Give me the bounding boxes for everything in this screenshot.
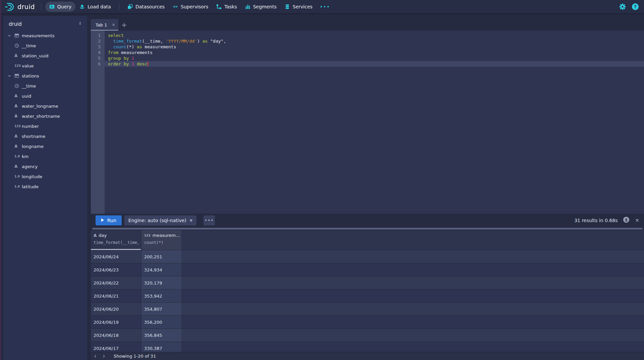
- sidebar-column-water_shortname[interactable]: Awater_shortname: [3, 111, 87, 121]
- nav-item-tasks[interactable]: Tasks: [212, 2, 241, 12]
- code-line-3[interactable]: count(*) as measurements: [105, 44, 644, 50]
- column-name: day: [99, 233, 107, 238]
- play-icon: [101, 218, 104, 223]
- string-type-icon: A: [14, 104, 21, 108]
- editor-code[interactable]: select time_format(__time, 'YYYY/MM/dd')…: [105, 31, 644, 214]
- schema-name: druid: [9, 21, 22, 27]
- nav-item-datasources[interactable]: Datasources: [123, 2, 169, 12]
- column-header-measurements[interactable]: 123 measurem... count(*): [141, 230, 181, 250]
- horizontal-scrollbar[interactable]: [92, 228, 643, 229]
- run-button[interactable]: Run: [96, 215, 122, 225]
- more-icon: •••: [320, 4, 330, 9]
- table-row: 2024/06/20354,807: [91, 303, 644, 316]
- float-type-icon: 1.0: [14, 175, 21, 178]
- sidebar-column-agency[interactable]: Aagency: [3, 161, 87, 171]
- sidebar-column-station_uuid[interactable]: Astation_uuid: [3, 51, 87, 61]
- integer-type-icon: 123: [144, 234, 151, 237]
- sql-editor[interactable]: 123456 select time_format(__time, 'YYYY/…: [91, 31, 644, 214]
- query-more-button[interactable]: •••: [203, 215, 215, 225]
- column-header-day[interactable]: A day time_format(__time, …: [91, 230, 141, 250]
- download-icon[interactable]: [623, 216, 630, 224]
- cell-day[interactable]: 2024/06/19: [91, 316, 141, 328]
- nav-item-query[interactable]: Query: [45, 2, 76, 12]
- cell-day[interactable]: 2024/06/20: [91, 303, 141, 315]
- string-type-icon: A: [14, 53, 21, 58]
- chevron-down-icon: ▼: [190, 218, 192, 223]
- table-row: 2024/06/23324,934: [91, 263, 644, 276]
- nav-item-supervisors[interactable]: Supervisors: [169, 2, 212, 12]
- cell-measurements[interactable]: 353,942: [141, 290, 181, 302]
- sidebar-column-water_longname[interactable]: Awater_longname: [3, 101, 87, 111]
- column-expression: time_format(__time, …: [94, 240, 138, 245]
- code-line-6[interactable]: order by 1 desc: [105, 61, 644, 67]
- row-filler: [181, 250, 644, 263]
- nav-item-segments[interactable]: Segments: [241, 2, 281, 12]
- close-icon[interactable]: ✕: [112, 22, 115, 27]
- page-next-icon[interactable]: ›: [100, 352, 108, 360]
- sidebar-column-uuid[interactable]: Auuid: [3, 91, 87, 101]
- tree-item-label: stations: [22, 73, 39, 79]
- page-prev-icon[interactable]: ‹: [91, 352, 100, 360]
- nav-item-load-data[interactable]: Load data: [75, 2, 115, 12]
- engine-select[interactable]: Engine: auto (sql-native) ▼: [124, 215, 196, 225]
- tree-item-label: uuid: [22, 94, 31, 99]
- cell-day[interactable]: 2024/06/22: [91, 276, 141, 289]
- close-results-icon[interactable]: ✕: [635, 217, 639, 223]
- cell-measurements[interactable]: 356,845: [141, 329, 181, 342]
- cell-measurements[interactable]: 320,179: [141, 276, 181, 289]
- cell-day[interactable]: 2024/06/21: [91, 290, 141, 302]
- engine-label: Engine: auto (sql-native): [128, 218, 186, 223]
- sidebar-table-measurements[interactable]: measurements: [3, 31, 87, 41]
- sidebar-column-longitude[interactable]: 1.0longitude: [3, 171, 87, 182]
- sidebar-column-value[interactable]: 123value: [3, 61, 87, 71]
- sidebar-column-longname[interactable]: Alongname: [3, 141, 87, 151]
- add-tab-button[interactable]: +: [118, 19, 130, 31]
- cell-measurements[interactable]: 200,251: [141, 250, 181, 263]
- column-expression: count(*): [144, 240, 179, 245]
- brand-text: druid: [17, 3, 35, 10]
- tab-query-1[interactable]: Tab 1 ✕: [91, 19, 118, 31]
- cell-measurements[interactable]: 354,807: [141, 303, 181, 315]
- code-line-4[interactable]: from measurements: [105, 50, 644, 55]
- sidebar-column-shortname[interactable]: Ashortname: [3, 131, 87, 141]
- sort-icon[interactable]: [78, 21, 82, 27]
- load-data-icon: [79, 4, 85, 9]
- cell-day[interactable]: 2024/06/23: [91, 263, 141, 276]
- help-icon[interactable]: ?: [632, 3, 639, 10]
- nav-more-button[interactable]: •••: [316, 4, 334, 9]
- nav-item-label: Segments: [253, 4, 277, 9]
- nav-item-services[interactable]: Services: [281, 2, 316, 12]
- cell-measurements[interactable]: 356,200: [141, 316, 181, 328]
- sidebar-column-km[interactable]: 1.0km: [3, 151, 87, 161]
- table-icon: [14, 33, 21, 38]
- schema-selector[interactable]: druid: [3, 16, 87, 31]
- cell-measurements[interactable]: 324,934: [141, 263, 181, 276]
- cell-day[interactable]: 2024/06/24: [91, 250, 141, 263]
- code-line-1[interactable]: select: [105, 33, 644, 38]
- clock-icon: [14, 43, 21, 48]
- line-number: 6: [91, 61, 101, 67]
- chevron-down-icon[interactable]: [7, 34, 14, 38]
- cell-day[interactable]: 2024/06/18: [91, 329, 141, 342]
- results-rows: 2024/06/24200,2512024/06/23324,9342024/0…: [91, 250, 644, 355]
- tree-item-label: value: [22, 63, 34, 68]
- nav-divider: [41, 3, 41, 10]
- sidebar-table-stations[interactable]: stations: [3, 71, 87, 81]
- sidebar-column-number[interactable]: 123number: [3, 121, 87, 131]
- code-line-2[interactable]: time_format(__time, 'YYYY/MM/dd') as "da…: [105, 38, 644, 44]
- sidebar-column-latitude[interactable]: 1.0latitude: [3, 182, 87, 192]
- editor-gutter: 123456: [91, 31, 105, 214]
- result-status: 31 results in 0.68s: [574, 218, 618, 223]
- navbar-right: ?: [619, 3, 644, 10]
- chevron-down-icon[interactable]: [7, 74, 14, 78]
- sidebar-column-__time[interactable]: __time: [3, 41, 87, 51]
- float-type-icon: 1.0: [14, 185, 21, 188]
- table-icon: [14, 73, 21, 78]
- gear-icon[interactable]: [619, 3, 626, 10]
- code-line-5[interactable]: group by 1: [105, 55, 644, 61]
- more-icon: •••: [205, 218, 214, 223]
- line-number: 1: [91, 33, 101, 38]
- brand[interactable]: druid: [5, 2, 35, 11]
- sidebar-column-__time[interactable]: __time: [3, 81, 87, 91]
- table-row: 2024/06/18356,845: [91, 329, 644, 342]
